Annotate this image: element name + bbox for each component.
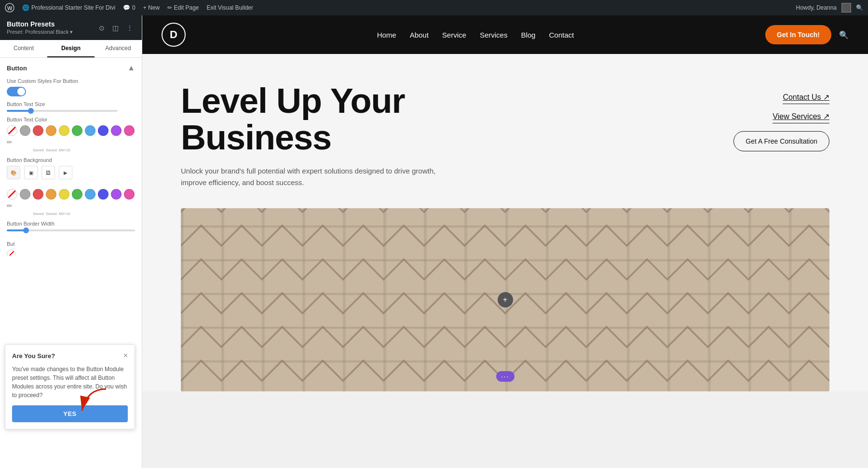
color-swatch-transparent[interactable]: [7, 125, 17, 136]
bg-item-gradient[interactable]: ▣: [24, 166, 38, 179]
exit-builder-item[interactable]: Exit Visual Builder: [206, 4, 253, 11]
svg-rect-16: [667, 208, 670, 391]
second-swatch-green[interactable]: [72, 189, 82, 200]
second-color-row: ✏: [7, 189, 135, 210]
bg-item-image[interactable]: 🖼: [41, 166, 55, 179]
color-swatch-teal[interactable]: [85, 125, 95, 136]
bg-item-video[interactable]: ▶: [59, 166, 72, 179]
second-swatch-yellow[interactable]: [59, 189, 69, 200]
admin-search-icon[interactable]: 🔍: [856, 4, 863, 11]
image-add-btn[interactable]: +: [498, 292, 513, 308]
second-swatch-teal[interactable]: [85, 189, 95, 200]
bg-video-icon: ▶: [64, 170, 68, 175]
svg-rect-14: [586, 208, 589, 391]
confirmation-dialog: Are You Sure? × You've made changes to t…: [5, 344, 135, 429]
bg-item-color[interactable]: 🎨: [7, 166, 20, 179]
color-swatch-purple[interactable]: [111, 125, 122, 136]
color-swatch-blue[interactable]: [98, 125, 108, 136]
color-swatch-green[interactable]: [72, 125, 82, 136]
user-avatar[interactable]: [841, 3, 851, 13]
panel-tabs: Content Design Advanced: [0, 40, 142, 58]
tab-content[interactable]: Content: [0, 40, 47, 57]
svg-rect-11: [464, 208, 467, 391]
dialog-close-btn[interactable]: ×: [123, 351, 128, 360]
svg-rect-21: [181, 226, 829, 227]
consultation-btn[interactable]: Get A Free Consultation: [733, 131, 829, 151]
dialog-text: You've made changes to the Button Module…: [12, 365, 128, 400]
svg-rect-24: [181, 327, 829, 329]
nav-item-services[interactable]: Services: [480, 31, 508, 39]
svg-rect-22: [181, 259, 829, 261]
section-collapse-btn[interactable]: ▲: [127, 64, 135, 72]
tab-advanced[interactable]: Advanced: [95, 40, 142, 57]
dialog-title: Are You Sure?: [12, 352, 55, 360]
nav-item-home[interactable]: Home: [377, 31, 396, 39]
second-swatch-transparent[interactable]: [7, 189, 17, 200]
image-section: + ···: [142, 208, 868, 391]
text-color-label: Button Text Color: [7, 117, 135, 122]
color-swatch-pink[interactable]: [124, 125, 135, 136]
dialog-yes-btn[interactable]: Yes: [12, 405, 128, 422]
color-swatch-yellow[interactable]: [59, 125, 69, 136]
border-slider: [7, 229, 135, 231]
nav-item-about[interactable]: About: [410, 31, 429, 39]
edit-page-item[interactable]: ✏ Edit Page: [167, 4, 199, 11]
text-size-slider[interactable]: [7, 110, 118, 112]
second-swatch-orange[interactable]: [46, 189, 56, 200]
svg-rect-17: [708, 208, 711, 391]
hero-right: Contact Us ↗ View Services ↗ Get A Free …: [704, 83, 829, 151]
border-width-label: Button Border Width: [7, 221, 135, 227]
new-item[interactable]: + New: [143, 4, 160, 11]
svg-rect-15: [627, 208, 630, 391]
second-swatch-purple[interactable]: [111, 189, 122, 200]
comments-item[interactable]: 💬 0: [123, 4, 136, 11]
bg-label: Button Background: [7, 157, 135, 163]
view-services-link[interactable]: View Services ↗: [773, 112, 829, 123]
nav-item-blog[interactable]: Blog: [521, 31, 535, 39]
color-swatch-orange[interactable]: [46, 125, 56, 136]
second-swatch-red[interactable]: [33, 189, 43, 200]
svg-rect-4: [181, 208, 184, 391]
second-swatch-gray[interactable]: [20, 189, 30, 200]
custom-styles-toggle-row: [7, 87, 135, 96]
button-section-header: Button ▲: [7, 64, 135, 72]
second-swatch-pink[interactable]: [124, 189, 135, 200]
panel-subtitle: Preset: Professional Black ▾: [7, 29, 73, 35]
tab-design[interactable]: Design: [47, 40, 95, 57]
button-section-title: Button: [7, 65, 27, 72]
second-color-labels: Saved Saved Mil+10: [7, 212, 135, 216]
wp-logo-item[interactable]: W: [5, 3, 14, 13]
eyedropper-btn[interactable]: ✏: [7, 138, 13, 146]
hero-image: + ···: [181, 208, 829, 391]
text-size-label: Button Text Size: [7, 101, 135, 107]
site-search-btn[interactable]: 🔍: [839, 30, 849, 40]
custom-styles-toggle[interactable]: [7, 87, 26, 96]
site-cta-button[interactable]: Get In Touch!: [765, 25, 831, 44]
panel-header: Button Presets Preset: Professional Blac…: [0, 15, 142, 40]
hero-section: Level Up Your Business Unlock your brand…: [142, 54, 868, 208]
panel-icon-settings[interactable]: ⊙: [97, 23, 107, 33]
panel-icon-layout[interactable]: ◫: [110, 23, 121, 33]
second-swatch-blue[interactable]: [98, 189, 108, 200]
color-swatch-red[interactable]: [33, 125, 43, 136]
svg-rect-13: [546, 208, 549, 391]
border-slider-track[interactable]: [7, 229, 135, 231]
svg-rect-9: [383, 208, 386, 391]
color-swatch-gray[interactable]: [20, 125, 30, 136]
image-menu-btn[interactable]: ···: [496, 371, 515, 382]
nav-item-service[interactable]: Service: [442, 31, 466, 39]
bg-image-icon: 🖼: [46, 170, 51, 175]
partial-swatch[interactable]: [7, 250, 15, 255]
main-content: D Home About Service Services Blog Conta…: [142, 15, 868, 468]
panel-icon-more[interactable]: ⋮: [124, 23, 135, 33]
site-name-item[interactable]: 🌐 Professional Starter Site For Divi: [22, 4, 115, 11]
bg-color-icon: 🎨: [11, 170, 16, 175]
navbar-right: Get In Touch! 🔍: [765, 25, 849, 44]
second-eyedropper-btn[interactable]: ✏: [7, 202, 13, 210]
site-nav: Home About Service Services Blog Contact: [377, 31, 574, 39]
admin-bar-right: Howdy, Deanna 🔍: [796, 3, 864, 13]
left-panel: Button Presets Preset: Professional Blac…: [0, 15, 142, 468]
contact-us-link[interactable]: Contact Us ↗: [783, 93, 829, 104]
nav-item-contact[interactable]: Contact: [549, 31, 574, 39]
text-size-slider-row: [7, 110, 135, 112]
